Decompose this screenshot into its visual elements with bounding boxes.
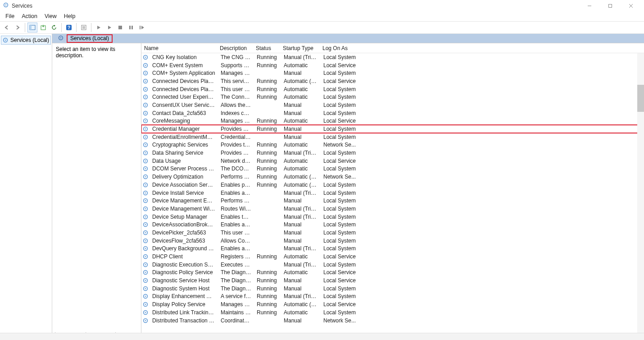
service-row[interactable]: CNG Key IsolationThe CNG ke...RunningMan…	[141, 53, 644, 61]
stop-service-button[interactable]	[115, 23, 125, 32]
service-row[interactable]: Contact Data_2cfa563Indexes cont...Manua…	[141, 109, 644, 117]
service-row[interactable]: Diagnostic Service HostThe Diagnos...Run…	[141, 276, 644, 285]
menu-help[interactable]: Help	[60, 12, 79, 20]
cell-logon: Local System	[321, 293, 360, 299]
gear-icon	[142, 198, 149, 204]
service-row[interactable]: DevicePicker_2cfa563This user ser...Manu…	[141, 229, 644, 237]
service-row[interactable]: COM+ Event SystemSupports Sy...RunningAu…	[141, 61, 644, 69]
minimize-button[interactable]	[579, 0, 600, 11]
cell-name: COM+ Event System	[150, 62, 218, 69]
service-row[interactable]: Device Management Enroll...Performs De..…	[141, 197, 644, 205]
content-area: Select an item to view its description. …	[52, 43, 644, 333]
tree-root-label: Services (Local)	[10, 37, 49, 43]
cell-name: Credential Manager	[150, 126, 218, 132]
tree-root-item[interactable]: Services (Local)	[1, 36, 51, 45]
col-startup-type[interactable]: Startup Type	[280, 45, 320, 51]
svg-point-66	[145, 224, 146, 225]
cell-description: This user ser...	[218, 86, 254, 92]
service-row[interactable]: Data UsageNetwork dat...RunningAutomatic…	[141, 157, 644, 165]
menu-action[interactable]: Action	[18, 12, 41, 20]
service-row[interactable]: Device Management Wireles...Routes Wirel…	[141, 205, 644, 213]
scrollbar[interactable]	[637, 53, 644, 333]
col-status[interactable]: Status	[253, 45, 280, 51]
service-row[interactable]: Diagnostic Execution ServiceExecutes dia…	[141, 261, 644, 269]
col-name[interactable]: Name	[141, 45, 217, 51]
service-row[interactable]: Connected Devices Platform ...This servi…	[141, 77, 644, 85]
service-row[interactable]: Diagnostic Policy ServiceThe Diagnos...R…	[141, 269, 644, 277]
service-row[interactable]: CredentialEnrollmentManag...Credential E…	[141, 133, 644, 141]
svg-rect-18	[140, 26, 141, 29]
cell-name: Connected Devices Platform ...	[150, 78, 218, 84]
cell-logon: Local Service	[321, 269, 360, 276]
refresh-button[interactable]	[49, 23, 59, 32]
service-row[interactable]: CoreMessagingManages co...RunningAutomat…	[141, 117, 644, 125]
cell-name: Cryptographic Services	[150, 142, 218, 148]
start-service-button-2[interactable]	[104, 23, 114, 32]
service-row[interactable]: DevQuery Background Disc...Enables app..…	[141, 245, 644, 253]
menu-view[interactable]: View	[41, 12, 60, 20]
cell-name: Connected Devices Platform ...	[150, 86, 218, 92]
restart-service-button[interactable]	[137, 23, 147, 32]
service-row[interactable]: Display Enhancement ServiceA service for…	[141, 293, 644, 301]
service-row[interactable]: Distributed Link Tracking Cli...Maintain…	[141, 308, 644, 317]
gear-icon	[142, 269, 149, 276]
properties-button[interactable]	[79, 23, 89, 32]
service-row[interactable]: Diagnostic System HostThe Diagnos...Runn…	[141, 285, 644, 293]
service-row[interactable]: Connected Devices Platform ...This user …	[141, 85, 644, 93]
start-service-button[interactable]	[94, 23, 104, 32]
service-row[interactable]: COM+ System ApplicationManages th...Manu…	[141, 69, 644, 77]
cell-startup: Manual (Trigg...	[281, 214, 321, 220]
svg-rect-15	[118, 26, 122, 29]
cell-description: This service i...	[218, 78, 254, 84]
close-button[interactable]	[621, 0, 641, 11]
service-row[interactable]: DeviceAssociationBroker_2cf...Enables ap…	[141, 221, 644, 229]
inner-tab-label[interactable]: Services (Local)	[67, 34, 113, 43]
service-row[interactable]: DHCP ClientRegisters an...RunningAutomat…	[141, 253, 644, 261]
cell-startup: Manual	[281, 230, 321, 236]
cell-logon: Network Se...	[321, 317, 360, 324]
cell-description: Manages th...	[218, 70, 254, 76]
cell-status: Running	[254, 158, 281, 164]
service-row[interactable]: DevicesFlow_2cfa563Allows Conn...ManualL…	[141, 237, 644, 245]
service-row[interactable]: DCOM Server Process Launc...The DCOML...…	[141, 165, 644, 173]
service-row[interactable]: Distributed Transaction Coor...Coordinat…	[141, 317, 644, 325]
cell-description: The CNG ke...	[218, 54, 254, 60]
cell-status: Running	[254, 277, 281, 284]
body-area: Services (Local) Services (Local) Select…	[0, 34, 644, 333]
service-row[interactable]: Cryptographic ServicesProvides thr...Run…	[141, 141, 644, 149]
service-row[interactable]: Data Sharing ServiceProvides dat...Runni…	[141, 149, 644, 157]
service-row[interactable]: ConsentUX User Service_2cf...Allows the …	[141, 101, 644, 109]
service-row[interactable]: Device Setup ManagerEnables the ...Manua…	[141, 213, 644, 221]
back-button[interactable]	[2, 23, 12, 32]
svg-point-44	[145, 136, 146, 138]
list-header: Name Description Status Startup Type Log…	[141, 43, 644, 53]
show-hide-tree-button[interactable]	[27, 23, 37, 32]
cell-startup: Manual	[281, 134, 321, 140]
inner-tab-header: Services (Local)	[52, 34, 644, 43]
service-row[interactable]: Device Install ServiceEnables a co...Man…	[141, 189, 644, 197]
gear-icon	[142, 214, 149, 220]
service-row[interactable]: Device Association ServiceEnables pairi.…	[141, 181, 644, 189]
scrollbar-thumb[interactable]	[637, 85, 644, 112]
gear-icon	[142, 78, 149, 84]
cell-startup: Automatic	[281, 118, 321, 124]
svg-point-46	[145, 144, 146, 146]
gear-icon	[142, 150, 149, 156]
export-list-button[interactable]	[38, 23, 48, 32]
service-row[interactable]: Connected User Experiences ...The Connec…	[141, 93, 644, 101]
service-row[interactable]: Delivery OptimizationPerforms co...Runni…	[141, 173, 644, 181]
svg-point-38	[145, 112, 146, 114]
col-description[interactable]: Description	[217, 45, 253, 51]
service-row[interactable]: Display Policy ServiceManages th...Runni…	[141, 300, 644, 308]
cell-logon: Local System	[321, 182, 360, 188]
service-row[interactable]: Credential ManagerProvides sec...Running…	[141, 125, 644, 133]
col-log-on-as[interactable]: Log On As	[320, 45, 359, 51]
pause-service-button[interactable]	[126, 23, 136, 32]
maximize-button[interactable]	[600, 0, 621, 11]
cell-status: Running	[254, 54, 281, 60]
menu-file[interactable]: File	[2, 12, 18, 20]
help-button[interactable]: ?	[64, 23, 74, 32]
forward-button[interactable]	[13, 23, 23, 32]
cell-name: Diagnostic Execution Service	[150, 262, 218, 268]
cell-startup: Automatic (De...	[281, 174, 321, 180]
